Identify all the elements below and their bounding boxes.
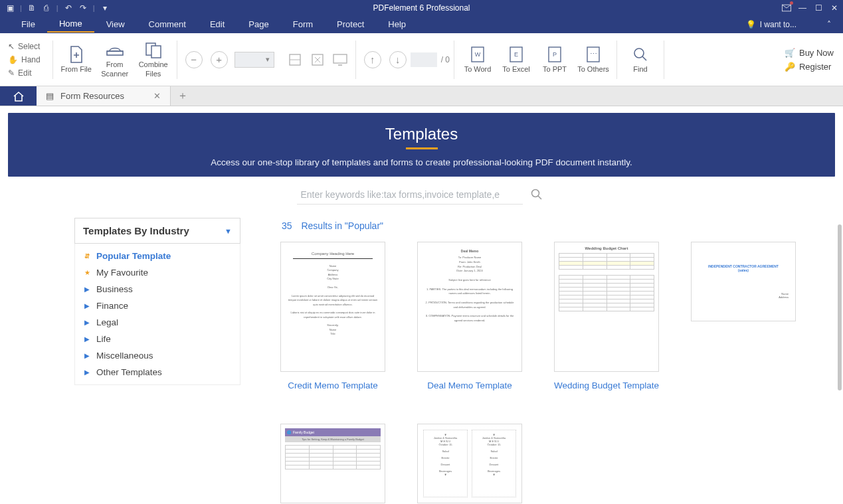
minimize-icon[interactable]: —: [798, 3, 807, 13]
template-card[interactable]: INDEPENDENT CONTRACTOR AGREEMENT(sales) …: [691, 242, 796, 392]
template-thumbnail: ❦Jordan & SamanthaM E N UOctober 15Salad…: [417, 424, 522, 503]
titlebar: ▣ | 🗎 ⎙ | ↶ ↷ | ▾ PDFelement 6 Professio…: [0, 0, 843, 15]
template-card[interactable]: Wedding Budget Chart Wedding Budget Temp…: [554, 242, 659, 392]
dropdown-icon[interactable]: ▾: [100, 3, 110, 13]
fit-width-icon[interactable]: [284, 50, 306, 70]
sidebar-item-business[interactable]: ▶Business: [75, 281, 240, 297]
close-icon[interactable]: ✕: [830, 3, 839, 13]
fit-page-icon[interactable]: [306, 50, 329, 70]
to-excel-button[interactable]: ETo Excel: [497, 42, 535, 76]
template-card[interactable]: 🌐 Family Budget Tips for Setting, Keep &…: [280, 424, 385, 503]
template-title: Deal Memo Template: [417, 380, 522, 392]
menu-form[interactable]: Form: [281, 17, 325, 32]
menu-comment[interactable]: Comment: [137, 17, 198, 32]
results-panel: 35 Results in "Popular" Company Heading …: [280, 218, 835, 503]
template-card[interactable]: Company Heading Here NameCompanyAddressC…: [280, 242, 385, 392]
svg-point-15: [634, 48, 644, 58]
template-thumbnail: Wedding Budget Chart: [554, 242, 659, 372]
svg-point-16: [531, 190, 539, 197]
sidebar-item-life[interactable]: ▶Life: [75, 331, 240, 347]
cart-icon: 🛒: [785, 48, 795, 58]
undo-icon[interactable]: ↶: [64, 3, 73, 13]
results-label: Results in "Popular": [301, 220, 383, 231]
quick-new-icon[interactable]: 🗎: [27, 3, 37, 13]
menu-edit[interactable]: Edit: [198, 17, 236, 32]
to-word-button[interactable]: WTo Word: [458, 42, 497, 76]
menu-home[interactable]: Home: [47, 16, 94, 33]
template-card[interactable]: ❦Jordan & SamanthaM E N UOctober 15Salad…: [417, 424, 522, 503]
sidebar-item-favourite[interactable]: ★My Favourite: [75, 264, 240, 281]
tab-home-icon[interactable]: [0, 86, 37, 106]
zoom-select[interactable]: ▾: [234, 52, 274, 68]
menu-view[interactable]: View: [94, 17, 137, 32]
svg-text:E: E: [514, 51, 518, 58]
cursor-icon: ↖: [8, 42, 15, 51]
sidebar-item-finance[interactable]: ▶Finance: [75, 297, 240, 314]
hand-icon: ✋: [8, 55, 18, 64]
next-page-button[interactable]: ↓: [389, 51, 407, 68]
combine-icon: [144, 41, 163, 59]
template-searchbar: [8, 177, 835, 212]
menu-file[interactable]: File: [9, 17, 47, 32]
word-icon: W: [468, 45, 487, 64]
to-others-button[interactable]: ⋯To Others: [574, 42, 612, 76]
star-icon: ★: [83, 269, 91, 276]
page-number-input[interactable]: [411, 52, 437, 67]
buy-now-link[interactable]: 🛒Buy Now: [785, 48, 834, 58]
search-button[interactable]: [527, 185, 547, 205]
from-scanner-button[interactable]: From Scanner: [96, 38, 134, 80]
redo-icon[interactable]: ↷: [78, 3, 88, 13]
menu-protect[interactable]: Protect: [325, 17, 376, 32]
tab-close-icon[interactable]: ✕: [153, 91, 161, 101]
search-icon: [631, 45, 650, 64]
chevron-down-icon: ▼: [225, 227, 232, 235]
register-link[interactable]: 🔑Register: [785, 62, 834, 72]
triangle-icon: ▶: [83, 369, 91, 376]
mail-icon[interactable]: [782, 3, 791, 13]
key-icon: 🔑: [785, 62, 795, 72]
svg-rect-1: [107, 51, 123, 55]
to-ppt-button[interactable]: PTo PPT: [535, 42, 574, 76]
search-input[interactable]: [297, 185, 523, 205]
tool-edit[interactable]: ✎Edit: [7, 67, 42, 79]
lightbulb-icon: 💡: [746, 20, 756, 29]
sidebar-item-legal[interactable]: ▶Legal: [75, 314, 240, 331]
template-thumbnail: 🌐 Family Budget Tips for Setting, Keep &…: [280, 424, 385, 503]
triangle-icon: ▶: [83, 335, 91, 343]
zoom-out-button[interactable]: −: [185, 51, 203, 68]
templates-header: Templates Access our one-stop library of…: [8, 113, 835, 177]
menu-page[interactable]: Page: [236, 17, 280, 32]
zoom-in-button[interactable]: +: [211, 51, 228, 68]
svg-text:⋯: ⋯: [590, 50, 597, 58]
tab-add-button[interactable]: ＋: [171, 86, 195, 106]
tab-label: Form Resources: [60, 91, 124, 101]
svg-text:P: P: [553, 51, 557, 58]
from-file-button[interactable]: From File: [57, 42, 96, 76]
template-card[interactable]: Deal Memo To: Producer NameFrom: John Sm…: [417, 242, 522, 392]
scrollbar[interactable]: [838, 224, 842, 390]
combine-files-button[interactable]: Combine Files: [134, 38, 173, 80]
results-header: 35 Results in "Popular": [282, 220, 835, 231]
quick-print-icon[interactable]: ⎙: [42, 3, 51, 13]
tool-hand[interactable]: ✋Hand: [7, 54, 42, 66]
i-want-to[interactable]: I want to...: [760, 20, 796, 29]
tool-select[interactable]: ↖Select: [7, 41, 42, 52]
sidebar-header[interactable]: Templates By Industry ▼: [74, 218, 240, 244]
svg-text:W: W: [475, 51, 481, 58]
maximize-icon[interactable]: ☐: [814, 3, 823, 13]
triangle-icon: ▶: [83, 302, 91, 309]
fit-screen-icon[interactable]: [329, 50, 351, 69]
find-button[interactable]: Find: [621, 42, 660, 76]
template-title: Credit Memo Template: [280, 380, 385, 392]
collapse-ribbon-icon[interactable]: ˄: [827, 20, 831, 29]
app-icon: ▣: [5, 3, 15, 13]
menu-help[interactable]: Help: [376, 17, 418, 32]
sidebar-item-other[interactable]: ▶Other Templates: [75, 364, 240, 380]
ribbon: ↖Select ✋Hand ✎Edit From File From Scann…: [0, 33, 843, 86]
prev-page-button[interactable]: ↑: [364, 51, 381, 68]
triangle-icon: ▶: [83, 286, 91, 293]
category-sidebar: Templates By Industry ▼ ⇵Popular Templat…: [74, 218, 240, 503]
sidebar-item-popular[interactable]: ⇵Popular Template: [75, 248, 240, 264]
sidebar-item-misc[interactable]: ▶Miscellaneous: [75, 347, 240, 364]
tab-form-resources[interactable]: ▤ Form Resources ✕: [37, 86, 171, 106]
